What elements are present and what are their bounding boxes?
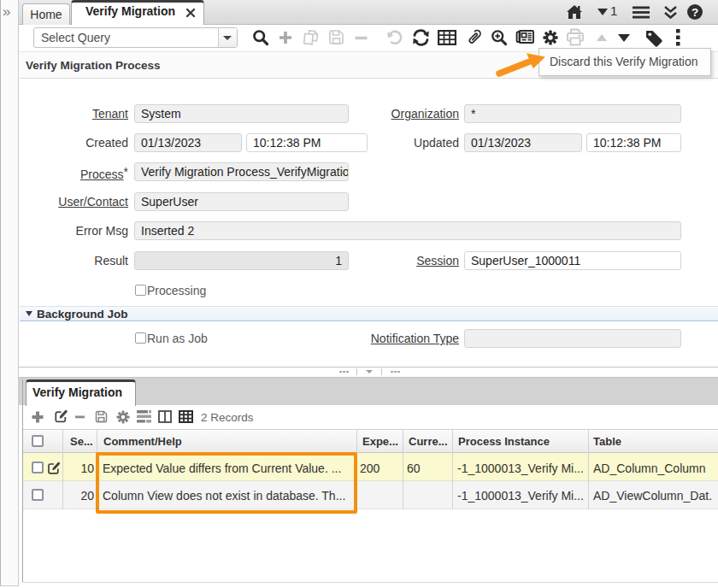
- svg-text:?: ?: [692, 6, 698, 19]
